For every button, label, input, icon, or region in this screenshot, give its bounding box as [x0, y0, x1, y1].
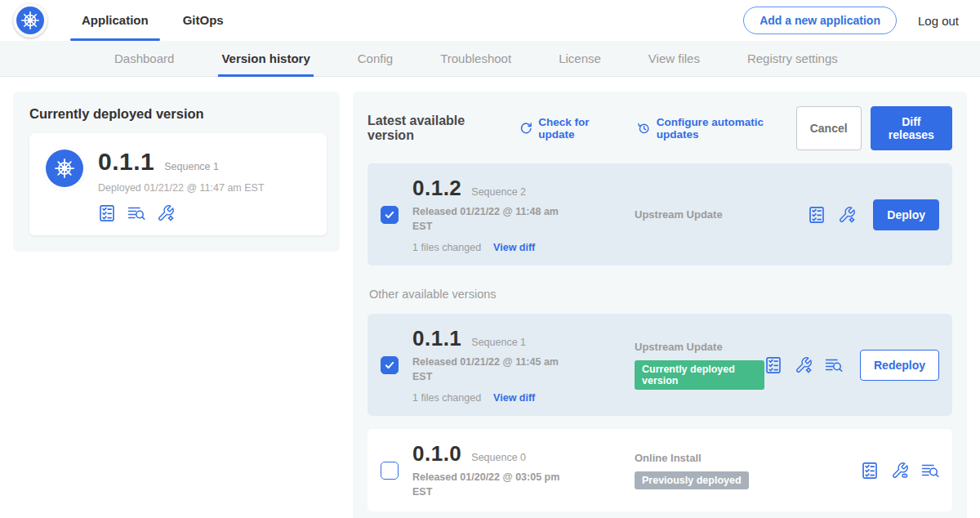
edit-config-icon[interactable] — [795, 356, 813, 374]
view-diff-link[interactable]: View diff — [493, 392, 535, 404]
view-config-icon[interactable] — [891, 462, 909, 480]
deploy-button[interactable]: Deploy — [873, 199, 939, 230]
top-header: Application GitOps Add a new application… — [0, 0, 980, 41]
version-row-0-1-2: 0.1.2 Sequence 2 Released 01/21/22 @ 11:… — [368, 163, 952, 266]
helm-wheel-icon — [53, 157, 76, 180]
version-number: 0.1.0 — [412, 441, 461, 467]
check-for-update-link[interactable]: Check for update — [519, 116, 621, 141]
subnav-tab-version-history[interactable]: Version history — [221, 41, 310, 77]
logout-link[interactable]: Log out — [918, 14, 959, 28]
helm-wheel-icon — [20, 10, 41, 31]
cancel-button[interactable]: Cancel — [796, 106, 862, 150]
source-label: Upstream Update — [635, 341, 764, 353]
version-select-checkbox[interactable] — [381, 462, 399, 480]
deployed-sequence-label: Sequence 1 — [164, 161, 219, 172]
version-number: 0.1.1 — [412, 326, 461, 351]
version-source: Upstream Update Currently deployed versi… — [607, 341, 764, 390]
deployed-version-number: 0.1.1 — [98, 148, 154, 176]
version-select-checkbox[interactable] — [381, 356, 399, 374]
subnav-tab-view-files[interactable]: View files — [648, 41, 700, 77]
files-changed-label: 1 files changed — [412, 392, 481, 404]
other-versions-label: Other available versions — [369, 288, 952, 301]
header-right: Add a new application Log out — [743, 7, 959, 34]
source-label: Upstream Update — [635, 208, 808, 221]
version-info: 0.1.1 Sequence 1 Released 01/21/22 @ 11:… — [412, 326, 607, 404]
preflight-checks-icon[interactable] — [861, 462, 879, 480]
currently-deployed-badge: Currently deployed version — [635, 360, 764, 390]
view-diff-icon[interactable] — [825, 356, 843, 374]
version-source: Online Install Previously deployed — [607, 452, 861, 489]
latest-version-header: Latest available version Check for updat… — [368, 106, 952, 150]
deployed-version-card: 0.1.1 Sequence 1 Deployed 01/21/22 @ 11:… — [29, 133, 327, 235]
files-changed-label: 1 files changed — [412, 242, 481, 253]
version-actions: Redeploy — [764, 350, 939, 381]
version-info: 0.1.2 Sequence 2 Released 01/21/22 @ 11:… — [412, 176, 607, 253]
tab-application[interactable]: Application — [82, 0, 149, 41]
check-icon — [384, 359, 395, 371]
version-row-0-1-0: 0.1.0 Sequence 0 Released 01/20/22 @ 03:… — [368, 429, 952, 511]
tab-gitops[interactable]: GitOps — [183, 0, 224, 41]
app-subnav: Dashboard Version history Config Trouble… — [0, 41, 980, 77]
version-actions: Deploy — [808, 199, 939, 230]
version-history-panel: Latest available version Check for updat… — [353, 92, 967, 518]
preflight-checks-icon[interactable] — [808, 206, 826, 224]
check-icon — [384, 209, 395, 221]
view-diff-icon[interactable] — [921, 462, 939, 480]
top-nav-tabs: Application GitOps — [47, 0, 224, 41]
kubernetes-logo-circle — [16, 7, 44, 34]
previously-deployed-badge: Previously deployed — [635, 471, 749, 489]
released-timestamp: Released 01/21/22 @ 11:48 am EST — [412, 205, 576, 234]
check-for-update-label: Check for update — [538, 116, 621, 141]
configure-updates-label: Configure automatic updates — [657, 116, 796, 141]
clock-refresh-icon — [637, 121, 650, 136]
released-timestamp: Released 01/21/22 @ 11:45 am EST — [412, 355, 576, 384]
preflight-checks-icon[interactable] — [98, 204, 116, 222]
edit-config-icon[interactable] — [838, 206, 856, 224]
source-label: Online Install — [635, 452, 861, 464]
refresh-icon — [519, 121, 532, 136]
edit-config-icon[interactable] — [157, 204, 175, 222]
subnav-tab-dashboard[interactable]: Dashboard — [114, 41, 174, 77]
kubernetes-logo[interactable] — [13, 3, 47, 38]
add-application-button[interactable]: Add a new application — [743, 7, 897, 34]
subnav-tab-troubleshoot[interactable]: Troubleshoot — [440, 41, 511, 77]
version-info: 0.1.0 Sequence 0 Released 01/20/22 @ 03:… — [412, 441, 607, 499]
sequence-label: Sequence 2 — [471, 186, 526, 198]
version-source: Upstream Update — [607, 208, 808, 221]
redeploy-button[interactable]: Redeploy — [860, 350, 939, 381]
app-logo — [46, 150, 83, 187]
version-select-checkbox[interactable] — [381, 206, 399, 224]
preflight-checks-icon[interactable] — [764, 356, 782, 374]
diff-releases-button[interactable]: Diff releases — [871, 106, 952, 150]
main-content: Currently deployed version 0.1.1 — [0, 77, 980, 518]
released-timestamp: Released 01/20/22 @ 03:05 pm EST — [412, 471, 576, 499]
view-diff-icon[interactable] — [127, 204, 145, 222]
currently-deployed-panel: Currently deployed version 0.1.1 — [13, 92, 340, 252]
sequence-label: Sequence 1 — [471, 337, 526, 348]
subnav-tab-config[interactable]: Config — [358, 41, 393, 77]
deployed-timestamp: Deployed 01/21/22 @ 11:47 am EST — [98, 182, 265, 194]
subnav-tab-registry-settings[interactable]: Registry settings — [747, 41, 838, 77]
view-diff-link[interactable]: View diff — [493, 242, 535, 253]
latest-version-title: Latest available version — [368, 114, 503, 143]
version-actions — [861, 462, 939, 480]
configure-updates-link[interactable]: Configure automatic updates — [637, 116, 796, 141]
sequence-label: Sequence 0 — [471, 452, 526, 463]
version-number: 0.1.2 — [412, 176, 461, 201]
version-row-0-1-1: 0.1.1 Sequence 1 Released 01/21/22 @ 11:… — [368, 314, 952, 416]
subnav-tab-license[interactable]: License — [559, 41, 601, 77]
deployed-version-info: 0.1.1 Sequence 1 Deployed 01/21/22 @ 11:… — [98, 146, 265, 222]
currently-deployed-title: Currently deployed version — [29, 106, 327, 122]
